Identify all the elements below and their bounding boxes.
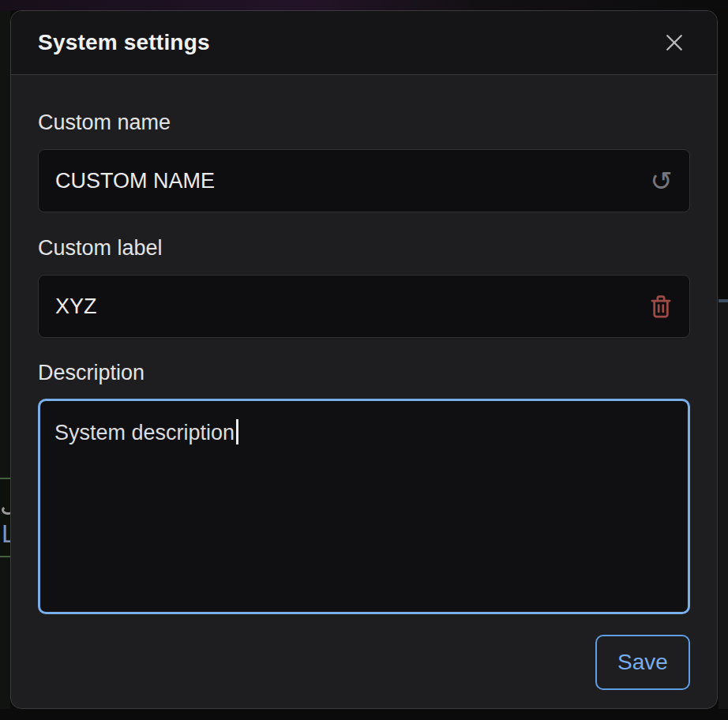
custom-name-label: Custom name <box>38 110 690 135</box>
close-icon <box>662 31 686 54</box>
text-cursor <box>236 419 238 444</box>
custom-label-label: Custom label <box>38 235 690 261</box>
background-letter-fragment: L <box>2 519 10 549</box>
description-label: Description <box>38 360 690 385</box>
system-settings-dialog: System settings Custom name ↺ Custom lab… <box>10 10 718 709</box>
close-button[interactable] <box>660 28 689 57</box>
background-dark-block <box>719 10 728 299</box>
custom-label-field-wrap <box>38 275 690 338</box>
dialog-body: Custom name ↺ Custom label <box>11 75 717 708</box>
trash-icon <box>647 292 674 321</box>
custom-label-input[interactable] <box>38 275 690 338</box>
background-blue-line <box>719 299 728 302</box>
dialog-title: System settings <box>38 30 210 55</box>
description-textarea[interactable]: System description <box>38 399 690 614</box>
description-text: System description <box>54 421 235 444</box>
delete-custom-label-button[interactable] <box>647 292 674 321</box>
background-curl-fragment <box>2 505 10 515</box>
dialog-footer: Save <box>38 614 690 690</box>
undo-icon: ↺ <box>651 167 674 194</box>
background-right-strip <box>719 10 728 709</box>
background-left-strip: L <box>0 10 10 709</box>
reset-custom-name-button[interactable]: ↺ <box>651 167 674 194</box>
dialog-header: System settings <box>11 11 717 75</box>
custom-name-field-wrap: ↺ <box>38 149 690 212</box>
save-button[interactable]: Save <box>595 635 690 690</box>
custom-name-input[interactable] <box>38 149 690 212</box>
background-top-band <box>0 0 728 10</box>
